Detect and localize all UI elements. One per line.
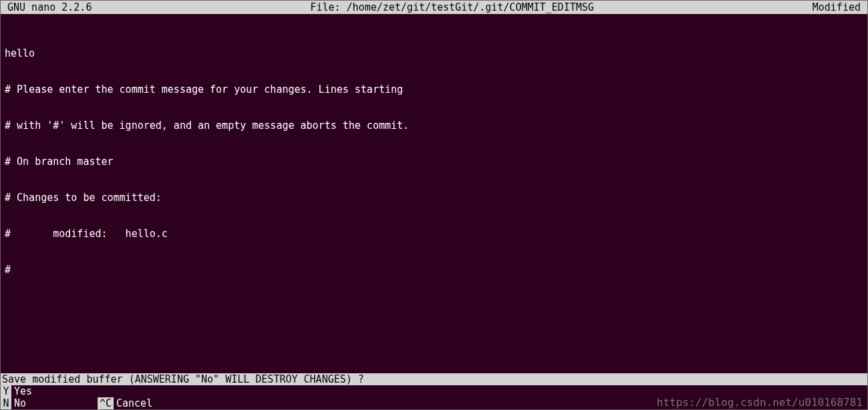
editor-line: # Changes to be committed: — [5, 192, 863, 204]
editor-line: hello — [5, 47, 863, 59]
shortcut-label-yes: Yes — [14, 385, 32, 397]
editor-text-area[interactable]: hello # Please enter the commit message … — [1, 14, 867, 373]
editor-line: # with '#' will be ignored, and an empty… — [5, 120, 863, 132]
title-bar: GNU nano 2.2.6 File: /home/zet/git/testG… — [1, 1, 867, 14]
file-path: File: /home/zet/git/testGit/.git/COMMIT_… — [92, 1, 812, 14]
key-ctrl-c: ^C — [98, 397, 114, 409]
save-prompt: Save modified buffer (ANSWERING "No" WIL… — [1, 373, 867, 385]
nano-editor-terminal: GNU nano 2.2.6 File: /home/zet/git/testG… — [0, 0, 868, 410]
shortcut-yes[interactable]: Y Yes — [1, 385, 98, 397]
app-name-version: GNU nano 2.2.6 — [3, 1, 92, 14]
shortcut-cancel[interactable]: ^C Cancel — [98, 397, 194, 409]
editor-line: # modified: hello.c — [5, 228, 863, 240]
shortcut-no[interactable]: N No — [1, 397, 98, 409]
key-n: N — [1, 397, 11, 409]
modified-status: Modified — [813, 1, 865, 14]
key-y: Y — [1, 385, 11, 397]
watermark-text: https://blog.csdn.net/u010168781 — [657, 396, 863, 409]
editor-line: # Please enter the commit message for yo… — [5, 83, 863, 95]
editor-line: # — [5, 264, 863, 276]
shortcut-label-cancel: Cancel — [116, 397, 152, 409]
shortcut-label-no: No — [14, 397, 26, 409]
editor-line: # On branch master — [5, 156, 863, 168]
